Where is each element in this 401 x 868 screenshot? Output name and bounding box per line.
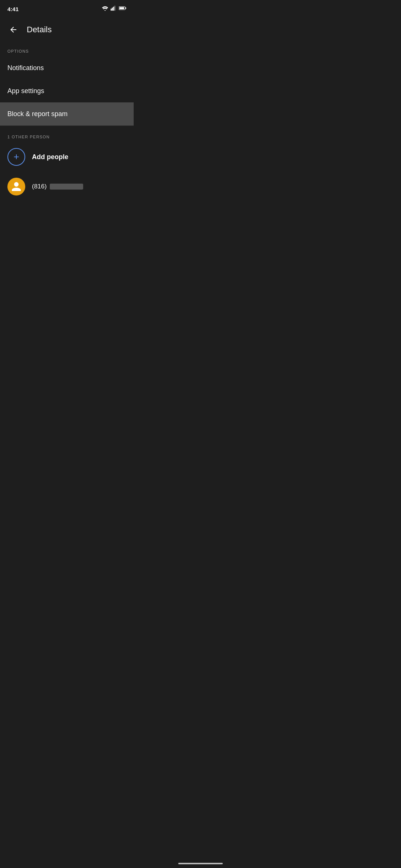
svg-rect-6 — [119, 7, 124, 9]
contacts-section: 1 OTHER PERSON + Add people (816) — [0, 126, 134, 201]
app-settings-menu-item[interactable]: App settings — [0, 79, 134, 102]
add-people-icon: + — [7, 148, 25, 166]
status-icons — [102, 6, 126, 12]
contact-number-redacted — [50, 184, 83, 190]
contact-row[interactable]: (816) — [0, 172, 134, 201]
notifications-menu-item[interactable]: Notifications — [0, 56, 134, 79]
add-people-label: Add people — [32, 153, 68, 161]
status-bar: 4:41 — [0, 0, 134, 16]
svg-rect-1 — [112, 8, 113, 11]
status-time: 4:41 — [7, 6, 19, 12]
wifi-icon — [102, 6, 108, 12]
svg-rect-3 — [114, 6, 115, 10]
contact-number-prefix: (816) — [32, 183, 47, 190]
app-settings-label: App settings — [7, 87, 44, 95]
add-people-row[interactable]: + Add people — [0, 142, 134, 172]
page-header: Details — [0, 16, 134, 46]
plus-icon: + — [13, 152, 19, 161]
svg-rect-5 — [125, 7, 126, 9]
notifications-label: Notifications — [7, 64, 44, 72]
back-button[interactable] — [6, 22, 21, 37]
svg-rect-0 — [111, 9, 112, 10]
page-title: Details — [27, 25, 52, 34]
block-report-label: Block & report spam — [7, 110, 68, 118]
options-section-label: OPTIONS — [0, 46, 134, 56]
battery-icon — [119, 6, 126, 12]
options-section: OPTIONS Notifications App settings Block… — [0, 46, 134, 125]
contact-info: (816) — [32, 183, 83, 190]
avatar — [7, 178, 25, 195]
other-person-label: 1 OTHER PERSON — [0, 132, 134, 142]
svg-rect-2 — [113, 7, 114, 11]
block-report-menu-item[interactable]: Block & report spam — [0, 102, 134, 125]
signal-icon — [111, 6, 117, 12]
